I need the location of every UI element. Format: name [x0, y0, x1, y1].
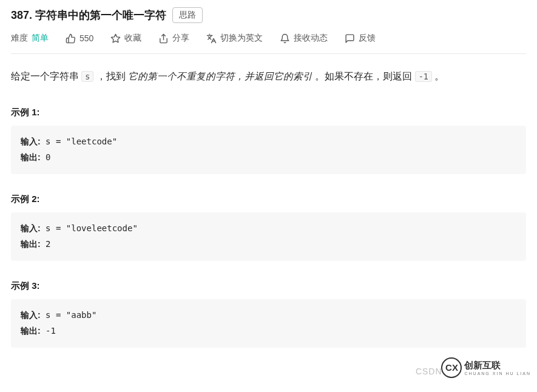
comment-icon	[345, 33, 355, 44]
inline-code-s: s	[81, 71, 93, 82]
subscribe-button[interactable]: 接收动态	[280, 33, 328, 44]
example-2: 示例 2: 输入: s = "loveleetcode" 输出: 2	[11, 194, 526, 261]
output-label: 输出:	[21, 326, 41, 336]
hint-button[interactable]: 思路	[172, 7, 203, 23]
example-title: 示例 3:	[11, 280, 526, 292]
problem-number: 387.	[11, 9, 32, 21]
cx-logo: CX 创新互联 CHUANG XIN HU LIAN	[441, 357, 531, 378]
cx-badge-icon: CX	[441, 357, 462, 378]
difficulty-label: 难度	[11, 33, 28, 44]
desc-text-4: 。	[432, 71, 444, 81]
svg-marker-0	[112, 34, 120, 42]
share-label: 分享	[172, 33, 189, 44]
thumbs-up-icon	[66, 33, 76, 44]
desc-italic: 它的第一个不重复的字符，并返回它的索引	[128, 71, 312, 81]
favorite-label: 收藏	[124, 33, 141, 44]
watermark: CSDN CX 创新互联 CHUANG XIN HU LIAN	[0, 354, 537, 383]
cx-logo-text: 创新互联	[464, 360, 501, 370]
example-codeblock: 输入: s = "leetcode" 输出: 0	[11, 126, 526, 174]
favorite-button[interactable]: 收藏	[110, 33, 141, 44]
input-value: s = "aabb"	[41, 310, 97, 320]
input-label: 输入:	[21, 137, 41, 146]
input-label: 输入:	[21, 223, 41, 233]
feedback-button[interactable]: 反馈	[345, 33, 376, 44]
output-value: 0	[41, 152, 51, 162]
example-1: 示例 1: 输入: s = "leetcode" 输出: 0	[11, 107, 526, 174]
like-button[interactable]: 550	[66, 33, 93, 44]
desc-text-1: 给定一个字符串	[11, 71, 81, 81]
meta-bar: 难度 简单 550 收藏 分享 切换为英文	[11, 29, 526, 54]
feedback-label: 反馈	[359, 33, 376, 44]
input-value: s = "leetcode"	[41, 137, 117, 146]
desc-text-3: 。如果不存在，则返回	[312, 71, 415, 81]
problem-title: 387. 字符串中的第一个唯一字符	[11, 8, 166, 22]
problem-description: 给定一个字符串 s ，找到 它的第一个不重复的字符，并返回它的索引 。如果不存在…	[11, 54, 526, 87]
example-codeblock: 输入: s = "aabb" 输出: -1	[11, 299, 526, 348]
switch-language-label: 切换为英文	[220, 33, 263, 44]
output-value: -1	[41, 326, 56, 336]
star-icon	[110, 33, 121, 44]
subscribe-label: 接收动态	[294, 33, 328, 44]
difficulty: 难度 简单	[11, 33, 49, 44]
input-label: 输入:	[21, 310, 41, 320]
bell-icon	[280, 33, 290, 44]
example-title: 示例 1:	[11, 107, 526, 118]
cx-logo-subtext: CHUANG XIN HU LIAN	[464, 371, 531, 376]
problem-header: 387. 字符串中的第一个唯一字符 思路	[11, 0, 526, 29]
input-value: s = "loveleetcode"	[41, 223, 138, 233]
example-3: 示例 3: 输入: s = "aabb" 输出: -1	[11, 280, 526, 348]
output-value: 2	[41, 239, 51, 249]
translate-icon	[206, 33, 217, 44]
share-icon	[158, 33, 169, 44]
problem-name: 字符串中的第一个唯一字符	[35, 9, 166, 21]
difficulty-value: 简单	[32, 33, 49, 44]
desc-text-2: ，找到	[93, 71, 128, 81]
share-button[interactable]: 分享	[158, 33, 189, 44]
example-title: 示例 2:	[11, 194, 526, 205]
switch-language-button[interactable]: 切换为英文	[206, 33, 263, 44]
like-count: 550	[79, 33, 93, 43]
output-label: 输出:	[21, 152, 41, 162]
csdn-watermark: CSDN	[416, 367, 442, 376]
output-label: 输出:	[21, 239, 41, 249]
example-codeblock: 输入: s = "loveleetcode" 输出: 2	[11, 212, 526, 261]
inline-code-neg1: -1	[415, 71, 432, 82]
